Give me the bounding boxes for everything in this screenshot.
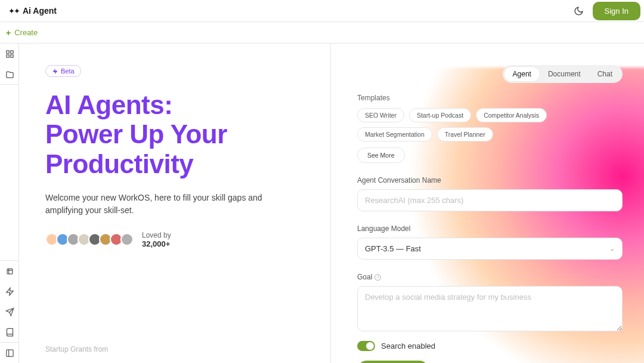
search-toggle-row: Search enabled	[357, 341, 623, 351]
grants-from-label: Startup Grants from	[45, 345, 108, 353]
logo[interactable]: ✦✦ Ai Agent	[4, 6, 57, 16]
loved-by-count: 32,000+	[142, 239, 171, 248]
create-bar: + Create	[0, 22, 644, 44]
sidebar-item-bolt[interactable]	[0, 281, 19, 302]
svg-rect-3	[10, 54, 13, 57]
plus-icon: +	[6, 28, 11, 38]
sidebar-item-send[interactable]	[0, 302, 19, 322]
conversation-name-label: Agent Conversation Name	[357, 176, 623, 184]
sidebar-item-folder[interactable]	[0, 64, 19, 84]
dashboard-icon	[5, 50, 14, 59]
logo-text: Ai Agent	[23, 6, 57, 16]
theme-toggle[interactable]	[572, 4, 586, 17]
template-chip[interactable]: Start-up Podcast	[409, 108, 471, 122]
template-chip[interactable]: Travel Planner	[437, 127, 493, 141]
signin-button[interactable]: Sign In	[593, 2, 640, 20]
sidebar-item-dashboard[interactable]	[0, 44, 19, 64]
toggle-knob	[366, 342, 374, 350]
header-right: Sign In	[572, 2, 640, 20]
templates-label: Templates	[357, 94, 623, 102]
box-icon	[5, 267, 14, 276]
tab-agent[interactable]: Agent	[504, 67, 540, 81]
svg-rect-0	[6, 50, 8, 53]
sidebar-item-plugins[interactable]	[0, 261, 19, 281]
hero-panel: Beta AI Agents: Power Up Your Productivi…	[19, 44, 331, 363]
svg-rect-4	[7, 269, 13, 274]
hero-title: AI Agents: Power Up Your Productivity	[45, 90, 304, 179]
see-more-button[interactable]: See More	[357, 147, 405, 163]
chevron-down-icon: ⌄	[609, 245, 615, 253]
loved-by-row: Loved by 32,000+	[45, 231, 304, 248]
svg-rect-1	[10, 50, 13, 53]
beta-badge: Beta	[45, 65, 81, 77]
svg-marker-5	[6, 288, 13, 296]
book-icon	[5, 328, 14, 337]
language-model-select[interactable]: GPT-3.5 — Fast ⌄	[357, 238, 623, 260]
bolt-icon	[5, 287, 14, 296]
folder-icon	[5, 70, 14, 79]
info-icon[interactable]: ?	[374, 274, 381, 281]
search-toggle[interactable]	[357, 341, 375, 351]
search-toggle-label: Search enabled	[381, 342, 435, 350]
beta-label: Beta	[61, 67, 75, 75]
sparkle-icon: ✦✦	[8, 7, 19, 16]
create-label: Create	[14, 28, 38, 37]
language-model-value: GPT-3.5 — Fast	[365, 244, 421, 253]
sidebar	[0, 44, 19, 363]
tabs: AgentDocumentChat	[357, 65, 623, 83]
sidebar-item-collapse[interactable]	[0, 343, 19, 363]
template-chip[interactable]: Market Segmentation	[357, 127, 432, 141]
svg-rect-8	[6, 349, 13, 356]
language-model-label: Language Model	[357, 224, 623, 233]
send-icon	[5, 307, 14, 316]
loved-by-label: Loved by	[142, 231, 171, 239]
avatars	[45, 233, 134, 246]
create-button[interactable]: + Create	[6, 28, 38, 38]
tab-chat[interactable]: Chat	[589, 67, 621, 81]
templates-row: SEO WriterStart-up PodcastCompetitor Ana…	[357, 108, 623, 141]
sidebar-item-docs[interactable]	[0, 322, 19, 342]
top-header: ✦✦ Ai Agent Sign In	[0, 0, 644, 22]
svg-marker-10	[52, 68, 57, 73]
beta-bolt-icon	[52, 68, 58, 75]
svg-rect-2	[6, 54, 8, 57]
goal-label: Goal ?	[357, 273, 623, 281]
form-panel: AgentDocumentChat Templates SEO WriterSt…	[331, 44, 644, 363]
template-chip[interactable]: Competitor Analysis	[476, 108, 547, 122]
loved-by-text: Loved by 32,000+	[142, 231, 171, 248]
hero-subtitle: Welcome your new WorkOS, here to fill yo…	[45, 192, 302, 217]
tab-group: AgentDocumentChat	[503, 65, 623, 83]
conversation-name-input[interactable]	[357, 189, 623, 211]
panel-icon	[5, 349, 14, 358]
goal-textarea[interactable]	[357, 286, 623, 331]
moon-icon	[574, 6, 584, 16]
template-chip[interactable]: SEO Writer	[357, 108, 404, 122]
tab-document[interactable]: Document	[540, 67, 589, 81]
create-agent-button[interactable]: Create Agent	[357, 361, 429, 363]
main-content: Beta AI Agents: Power Up Your Productivi…	[19, 44, 644, 363]
avatar	[120, 233, 134, 246]
